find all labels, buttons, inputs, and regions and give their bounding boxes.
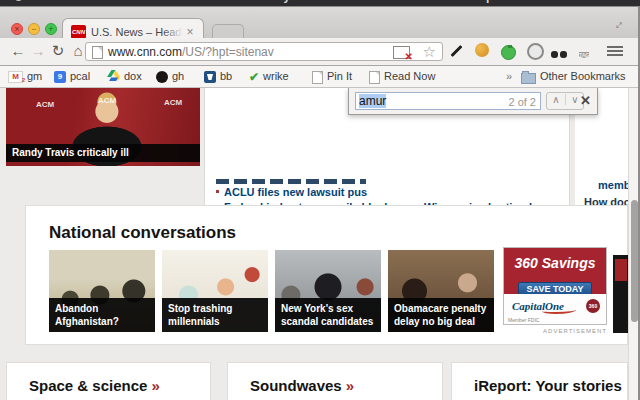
story-card[interactable]: Stop trashing millennials (162, 250, 268, 332)
window-zoom-button[interactable]: + (45, 23, 57, 35)
bullet-icon (216, 190, 219, 193)
calendar-icon: 9 (54, 71, 66, 83)
menu-help[interactable]: Help (467, 0, 493, 3)
bookmark-pcal[interactable]: 9pcal (54, 70, 90, 84)
eyedropper-extension-icon[interactable] (449, 43, 465, 59)
find-match-count: 2 of 2 (508, 94, 536, 110)
github-icon (156, 71, 168, 83)
find-close-button[interactable]: ✕ (580, 93, 591, 108)
ad-fdic-text: Member FDIC (508, 317, 539, 323)
page-bookmark-icon (369, 71, 380, 84)
national-conversations-panel: National conversations Abandon Afghanist… (25, 205, 628, 345)
face-extension-icon[interactable] (475, 43, 491, 59)
section-ireport: iReport: Your stories (451, 362, 628, 400)
find-previous-button[interactable]: ∧ (547, 94, 565, 105)
ad-360-badge: 360 (586, 299, 600, 313)
browser-toolbar: ← → ↻ ⌂ www.cnn.com/US/?hpt=sitenav ✕ ☆ … (0, 38, 640, 66)
card-caption: Abandon Afghanistan? (49, 298, 155, 332)
lead-story-caption: Randy Travis critically ill (6, 144, 200, 162)
url-host: www.cnn.com (108, 45, 182, 59)
bookmark-dox[interactable]: dox (107, 70, 142, 84)
section-space-science: Space & science» (6, 362, 211, 400)
forward-button[interactable]: → (28, 41, 48, 61)
tab-strip: × − + CNN U.S. News – Headlines, St × ↔ (0, 6, 640, 38)
chrome-menu-icon[interactable] (607, 46, 623, 62)
section-soundwaves: Soundwaves» (227, 362, 443, 400)
clock-extension-icon[interactable] (527, 43, 543, 59)
screenshot-root: ChromeFileEditViewHistoryBookmarksWindow… (0, 0, 640, 400)
drive-icon (107, 70, 120, 84)
menu-history[interactable]: History (249, 0, 290, 3)
glasses-extension-icon[interactable] (551, 47, 567, 54)
card-caption: Stop trashing millennials (162, 298, 268, 332)
find-input[interactable]: amur 2 of 2 (355, 92, 541, 110)
bookmark-wrike[interactable]: ✔wrike (249, 70, 289, 84)
folder-icon (521, 73, 536, 84)
ad-headline: 360 Savings (504, 248, 606, 278)
tab-close-icon[interactable]: × (183, 25, 197, 39)
back-button[interactable]: ← (8, 41, 28, 61)
window-minimize-button[interactable]: − (28, 23, 40, 35)
tag-extension-icon[interactable]: TAG (579, 43, 595, 59)
menu-file[interactable]: File (112, 0, 133, 3)
chevron-right-icon: » (151, 377, 159, 394)
menu-chrome[interactable]: Chrome (45, 0, 90, 3)
acm-backdrop-text: ACM (164, 98, 182, 107)
section-title: National conversations (49, 223, 236, 243)
menu-bookmarks[interactable]: Bookmarks (312, 0, 377, 3)
section-heading-link[interactable]: iReport: Your stories (474, 377, 627, 394)
bookmark-bb[interactable]: bb (204, 70, 232, 84)
bookmark-pin-it[interactable]: Pin It (312, 70, 352, 84)
menu-window[interactable]: Window (400, 0, 446, 3)
reload-button[interactable]: ↻ (48, 41, 68, 61)
bookmark-gh[interactable]: gh (156, 70, 184, 84)
find-nav-buttons: ∧ ∨ (546, 92, 584, 110)
capitalone-swoosh-icon (542, 307, 576, 314)
page-bookmark-icon (312, 71, 323, 84)
page-icon (92, 46, 103, 59)
scrollbar-track[interactable] (628, 88, 638, 400)
menu-view[interactable]: View (200, 0, 227, 3)
url-text[interactable]: www.cnn.com/US/?hpt=sitenav (108, 45, 274, 59)
acm-backdrop-text: ACM (98, 96, 116, 105)
card-caption: Obamacare penalty delay no big deal (388, 298, 494, 332)
story-card[interactable]: Obamacare penalty delay no big deal (388, 250, 494, 332)
clipped-ad-strip (613, 255, 629, 333)
bookmarks-bar: M2gm 9pcal dox gh bb ✔wrike Pin It Read … (0, 66, 640, 88)
page-viewport: ACM ACM ACM Randy Travis critically ill … (0, 88, 640, 400)
story-card[interactable]: Abandon Afghanistan? (49, 250, 155, 332)
headline-link[interactable]: ACLU files new lawsuit pus (216, 186, 367, 198)
bookmark-star-icon[interactable]: ☆ (423, 43, 436, 61)
lead-story-thumbnail[interactable]: ACM ACM ACM Randy Travis critically ill (6, 88, 200, 166)
section-heading-link[interactable]: Space & science» (29, 377, 210, 394)
menu-edit[interactable]: Edit (155, 0, 178, 3)
find-bar: amur 2 of 2 ∧ ∨ ✕ (348, 88, 598, 115)
apple-menu-icon[interactable] (14, 0, 23, 1)
story-card[interactable]: New York's sex scandal candidates (275, 250, 381, 332)
ad-footer: CapitalOne 360 Member FDIC (504, 294, 606, 324)
find-query-text: amur (359, 94, 386, 108)
cnn-favicon-icon: CNN (71, 25, 86, 39)
check-icon: ✔ (249, 70, 259, 84)
acm-backdrop-text: ACM (36, 100, 54, 109)
bitbucket-icon (204, 71, 216, 83)
other-bookmarks-folder[interactable]: Other Bookmarks (521, 70, 626, 84)
bookmark-read-now[interactable]: Read Now (369, 70, 435, 84)
popup-blocked-icon[interactable]: ✕ (393, 46, 410, 59)
url-path: /US/?hpt=sitenav (182, 45, 274, 59)
capitalone-ad[interactable]: 360 Savings SAVE TODAY CapitalOne 360 Me… (503, 247, 607, 325)
bookmark-gmail[interactable]: M2gm (8, 70, 42, 84)
fullscreen-icon[interactable]: ↔ (608, 14, 628, 34)
chevron-right-icon: » (346, 377, 354, 394)
card-caption: New York's sex scandal candidates (275, 298, 381, 332)
bookmarks-overflow-chevron[interactable]: » (506, 70, 512, 84)
address-bar[interactable]: www.cnn.com/US/?hpt=sitenav ✕ ☆ (85, 42, 443, 61)
right-column-link[interactable]: memb (598, 179, 630, 191)
window-close-button[interactable]: × (11, 23, 23, 35)
gmail-icon: M2 (8, 71, 23, 83)
advertisement-label: ADVERTISEMENT (503, 328, 607, 334)
section-heading-link[interactable]: Soundwaves» (250, 377, 442, 394)
scrollbar-thumb[interactable] (631, 200, 638, 322)
clipped-headline (216, 179, 366, 184)
stopwatch-extension-icon[interactable] (501, 43, 517, 59)
